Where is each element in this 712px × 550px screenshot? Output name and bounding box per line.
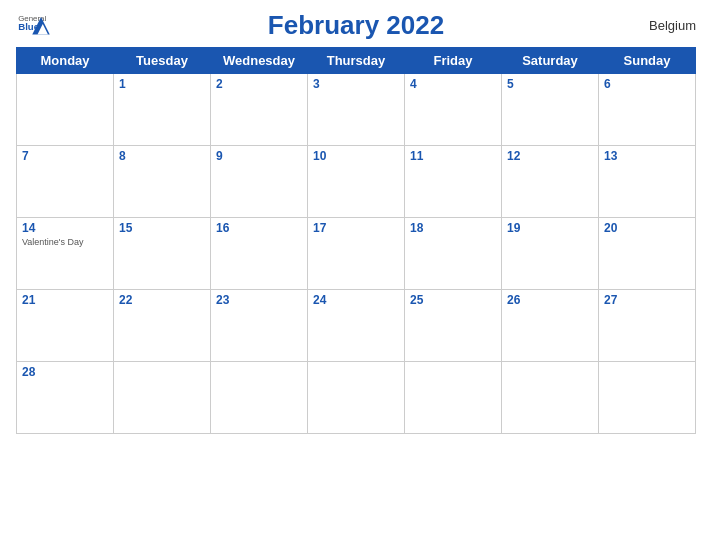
day-number: 9 [216, 149, 302, 163]
day-number: 2 [216, 77, 302, 91]
day-number: 28 [22, 365, 108, 379]
calendar-cell: 13 [599, 146, 696, 218]
calendar-cell: 6 [599, 74, 696, 146]
day-number: 17 [313, 221, 399, 235]
calendar-cell: 8 [114, 146, 211, 218]
calendar-body: 1234567891011121314Valentine's Day151617… [17, 74, 696, 434]
day-number: 27 [604, 293, 690, 307]
day-number: 1 [119, 77, 205, 91]
weekday-saturday: Saturday [502, 48, 599, 74]
calendar-cell: 12 [502, 146, 599, 218]
day-number: 12 [507, 149, 593, 163]
day-number: 15 [119, 221, 205, 235]
calendar-cell: 18 [405, 218, 502, 290]
calendar-cell [114, 362, 211, 434]
calendar-cell: 4 [405, 74, 502, 146]
calendar-cell: 17 [308, 218, 405, 290]
calendar-week-row: 14Valentine's Day151617181920 [17, 218, 696, 290]
day-number: 20 [604, 221, 690, 235]
calendar-cell: 7 [17, 146, 114, 218]
weekday-sunday: Sunday [599, 48, 696, 74]
calendar-cell: 15 [114, 218, 211, 290]
calendar-cell [17, 74, 114, 146]
calendar-cell [502, 362, 599, 434]
weekday-friday: Friday [405, 48, 502, 74]
weekday-header-row: Monday Tuesday Wednesday Thursday Friday… [17, 48, 696, 74]
weekday-thursday: Thursday [308, 48, 405, 74]
calendar-cell: 10 [308, 146, 405, 218]
day-number: 21 [22, 293, 108, 307]
day-number: 3 [313, 77, 399, 91]
day-number: 19 [507, 221, 593, 235]
weekday-tuesday: Tuesday [114, 48, 211, 74]
calendar-cell: 25 [405, 290, 502, 362]
day-number: 11 [410, 149, 496, 163]
calendar-cell: 5 [502, 74, 599, 146]
calendar-cell: 19 [502, 218, 599, 290]
calendar-week-row: 123456 [17, 74, 696, 146]
calendar-cell: 11 [405, 146, 502, 218]
calendar-header: General Blue February 2022 Belgium [16, 10, 696, 41]
calendar-cell: 2 [211, 74, 308, 146]
calendar-cell: 26 [502, 290, 599, 362]
calendar-cell: 21 [17, 290, 114, 362]
calendar-cell: 27 [599, 290, 696, 362]
calendar-cell: 3 [308, 74, 405, 146]
calendar-table: Monday Tuesday Wednesday Thursday Friday… [16, 47, 696, 434]
day-number: 4 [410, 77, 496, 91]
calendar-cell [405, 362, 502, 434]
weekday-wednesday: Wednesday [211, 48, 308, 74]
day-number: 10 [313, 149, 399, 163]
calendar-wrapper: General Blue February 2022 Belgium Monda… [0, 0, 712, 450]
calendar-week-row: 21222324252627 [17, 290, 696, 362]
calendar-cell: 22 [114, 290, 211, 362]
calendar-cell [599, 362, 696, 434]
day-number: 23 [216, 293, 302, 307]
logo: General Blue [16, 10, 52, 38]
calendar-cell: 1 [114, 74, 211, 146]
day-number: 7 [22, 149, 108, 163]
day-number: 13 [604, 149, 690, 163]
calendar-cell [211, 362, 308, 434]
calendar-cell [308, 362, 405, 434]
event-label: Valentine's Day [22, 237, 108, 247]
calendar-cell: 20 [599, 218, 696, 290]
calendar-cell: 24 [308, 290, 405, 362]
day-number: 18 [410, 221, 496, 235]
day-number: 14 [22, 221, 108, 235]
country-label: Belgium [649, 18, 696, 33]
calendar-title: February 2022 [268, 10, 444, 41]
calendar-week-row: 28 [17, 362, 696, 434]
day-number: 26 [507, 293, 593, 307]
calendar-cell: 16 [211, 218, 308, 290]
calendar-cell: 14Valentine's Day [17, 218, 114, 290]
calendar-week-row: 78910111213 [17, 146, 696, 218]
day-number: 25 [410, 293, 496, 307]
day-number: 5 [507, 77, 593, 91]
calendar-cell: 23 [211, 290, 308, 362]
day-number: 22 [119, 293, 205, 307]
day-number: 6 [604, 77, 690, 91]
weekday-monday: Monday [17, 48, 114, 74]
calendar-cell: 9 [211, 146, 308, 218]
calendar-cell: 28 [17, 362, 114, 434]
day-number: 8 [119, 149, 205, 163]
day-number: 16 [216, 221, 302, 235]
day-number: 24 [313, 293, 399, 307]
